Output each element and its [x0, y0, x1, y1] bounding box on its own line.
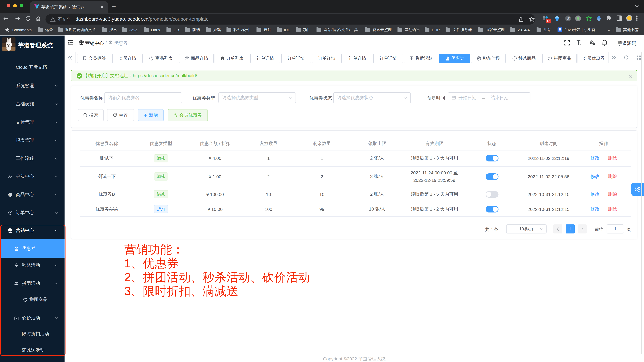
svg-text:P: P: [9, 193, 11, 196]
svg-text:⌘: ⌘: [566, 17, 570, 21]
